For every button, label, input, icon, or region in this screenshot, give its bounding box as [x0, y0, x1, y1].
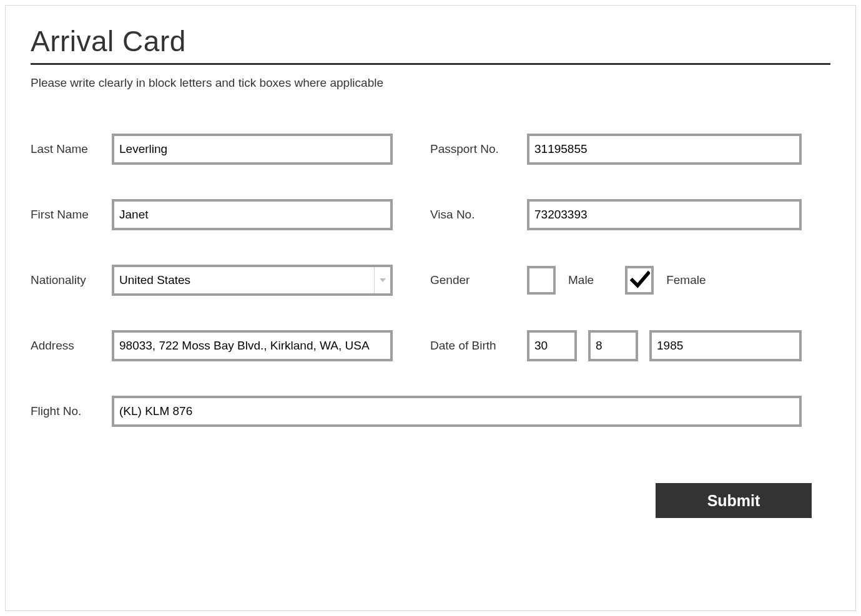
gender-male-label: Male	[568, 273, 594, 287]
nationality-value: United States	[119, 273, 374, 287]
dob-month-input[interactable]	[588, 330, 638, 361]
check-icon	[629, 270, 650, 291]
arrival-card-form: Arrival Card Please write clearly in blo…	[5, 5, 856, 611]
gender-female-label: Female	[666, 273, 706, 287]
nationality-select[interactable]: United States	[112, 265, 393, 296]
flight-no-label: Flight No.	[31, 404, 112, 418]
nationality-dropdown-button[interactable]	[374, 267, 390, 293]
last-name-label: Last Name	[31, 142, 112, 156]
instructions-text: Please write clearly in block letters an…	[31, 76, 830, 90]
chevron-down-icon	[380, 278, 386, 282]
gender-male-checkbox[interactable]	[527, 266, 556, 295]
passport-no-input[interactable]	[527, 134, 802, 165]
gender-label: Gender	[430, 273, 527, 287]
dob-label: Date of Birth	[430, 339, 527, 353]
dob-year-input[interactable]	[649, 330, 802, 361]
address-input[interactable]	[112, 330, 393, 361]
page-title: Arrival Card	[31, 24, 830, 58]
first-name-label: First Name	[31, 208, 112, 222]
last-name-input[interactable]	[112, 134, 393, 165]
gender-female-checkbox[interactable]	[625, 266, 654, 295]
flight-no-input[interactable]	[112, 396, 802, 427]
address-label: Address	[31, 339, 112, 353]
passport-no-label: Passport No.	[430, 142, 527, 156]
nationality-label: Nationality	[31, 273, 112, 287]
first-name-input[interactable]	[112, 199, 393, 230]
title-divider	[31, 63, 830, 65]
submit-button[interactable]: Submit	[656, 483, 812, 518]
visa-no-input[interactable]	[527, 199, 802, 230]
dob-day-input[interactable]	[527, 330, 577, 361]
visa-no-label: Visa No.	[430, 208, 527, 222]
